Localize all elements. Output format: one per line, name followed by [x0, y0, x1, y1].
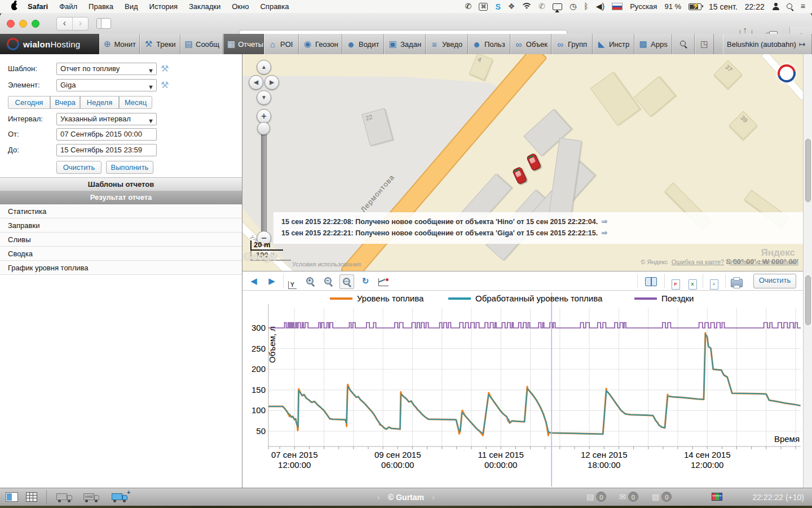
- menubar-item-окно[interactable]: Окно: [226, 0, 254, 13]
- tab-польз[interactable]: ☻Польз: [468, 34, 510, 54]
- tab-poi[interactable]: ⌂POI: [264, 34, 299, 54]
- terms-link[interactable]: Условия использования: [292, 261, 361, 268]
- messages-count[interactable]: ▤0: [586, 492, 606, 502]
- result-row-4[interactable]: Сводка: [0, 247, 242, 261]
- add-unit-truck-icon[interactable]: [112, 493, 129, 502]
- logout-icon[interactable]: ↦: [799, 40, 806, 49]
- refresh-chart-button[interactable]: ↻: [359, 274, 372, 288]
- layout-grid-icon[interactable]: [26, 492, 37, 502]
- tab-инстр[interactable]: ◣Инстр: [593, 34, 634, 54]
- zoom-slider-track[interactable]: [261, 124, 267, 236]
- menubar-item-файл[interactable]: Файл: [54, 0, 83, 13]
- gurtam-copyright[interactable]: ›© Gurtam›: [369, 488, 443, 506]
- zoom-out-chart-button[interactable]: −: [321, 274, 335, 288]
- result-header[interactable]: Результат отчета: [0, 191, 242, 204]
- menubar-item-закладки[interactable]: Закладки: [183, 0, 226, 13]
- template-settings-icon[interactable]: ⚒: [161, 63, 169, 74]
- menubar-item-вид[interactable]: Вид: [119, 0, 144, 13]
- pan-down-button[interactable]: ▼: [257, 90, 271, 105]
- tab-apps[interactable]: ▩Apps: [634, 34, 672, 54]
- forward-button[interactable]: ›: [72, 17, 88, 30]
- trace-mode-button[interactable]: [377, 274, 390, 288]
- from-date-input[interactable]: 07 Сентябрь 2015 00:00: [56, 128, 157, 141]
- bluetooth-icon[interactable]: ᛒ: [584, 0, 588, 13]
- template-select[interactable]: Отчет по топливу▼: [56, 63, 157, 75]
- airplay-icon[interactable]: [553, 3, 562, 10]
- keyboard-icon[interactable]: ⌘: [479, 3, 488, 11]
- quick-week-button[interactable]: Неделя: [80, 96, 119, 109]
- input-language-flag-icon[interactable]: [612, 3, 623, 10]
- calendar-table-icon[interactable]: [712, 493, 722, 501]
- chat-count[interactable]: ✉0: [619, 492, 638, 502]
- print-button[interactable]: [730, 274, 743, 288]
- sidebar-toggle-icon[interactable]: [96, 18, 111, 29]
- templates-header[interactable]: Шаблоны отчетов: [0, 177, 242, 191]
- minimize-window-button[interactable]: [19, 20, 27, 28]
- clear-chart-button[interactable]: Очистить: [753, 274, 796, 288]
- phone-icon[interactable]: ✆: [539, 0, 545, 13]
- chart-next-button[interactable]: ▶: [265, 274, 279, 288]
- user-switch-icon[interactable]: [772, 3, 779, 10]
- tab-уведо[interactable]: ≡Уведо: [426, 34, 468, 54]
- chart-scrollbar-thumb[interactable]: [805, 275, 811, 325]
- result-row-5[interactable]: График уровня топлива: [0, 261, 242, 275]
- to-date-input[interactable]: 15 Сентябрь 2015 23:59: [56, 144, 157, 156]
- tab-задан[interactable]: ▣Задан: [384, 34, 426, 54]
- volume-icon[interactable]: ◀): [596, 0, 604, 13]
- menubar-item-справка[interactable]: Справка: [254, 0, 294, 13]
- result-row-2[interactable]: Заправки: [0, 218, 242, 233]
- tab-треки[interactable]: ⚒Треки: [140, 34, 180, 54]
- wifi-icon[interactable]: [522, 3, 531, 10]
- unit-marker-giga[interactable]: [512, 167, 527, 185]
- chart-scrollbar[interactable]: [803, 271, 812, 488]
- tab-монит[interactable]: ⊕Монит: [99, 34, 140, 54]
- close-window-button[interactable]: [7, 20, 15, 28]
- menubar-date[interactable]: 15 сент.: [709, 2, 738, 11]
- skype-icon[interactable]: S: [495, 2, 500, 11]
- unit-settings-icon[interactable]: ⚒: [161, 80, 169, 90]
- time-machine-icon[interactable]: ◷: [570, 0, 576, 13]
- unit-select[interactable]: Giga▼: [56, 79, 157, 91]
- fuel-level-chart[interactable]: 5010015020025030007 сен 201512:00:0009 с…: [242, 291, 803, 488]
- map-area[interactable]: ул. Лермонтова ул. 2243739 ▲ ◀ ▶ ▼ + − 1…: [242, 54, 803, 271]
- unit-names-truck-icon[interactable]: NAME: [83, 493, 100, 502]
- report-template-button[interactable]: [644, 274, 657, 288]
- tab-водит[interactable]: ☻Водит: [342, 34, 384, 54]
- pan-up-button[interactable]: ▲: [257, 60, 271, 75]
- tab-геозон[interactable]: ◉Геозон: [299, 34, 342, 54]
- chart-prev-button[interactable]: ◀: [247, 274, 261, 288]
- user-menu[interactable]: Belushkin (autobahn) ↦: [723, 34, 812, 54]
- menubar-item-история[interactable]: История: [144, 0, 183, 13]
- interval-select[interactable]: Указанный интервал▼: [56, 113, 157, 125]
- viber-icon[interactable]: ✆: [465, 0, 472, 13]
- map-scrollbar-thumb[interactable]: [805, 139, 811, 202]
- pan-left-button[interactable]: ◀: [249, 75, 263, 90]
- menubar-item-правка[interactable]: Правка: [83, 0, 119, 13]
- goto-message-icon[interactable]: ⇒: [601, 217, 607, 226]
- clear-report-button[interactable]: Очистить: [56, 161, 102, 174]
- monitoring-truck-icon[interactable]: [56, 493, 73, 502]
- tab-сообщ[interactable]: ▤Сообщ: [180, 34, 223, 54]
- media-count[interactable]: ▨0: [652, 492, 672, 502]
- apple-menu-icon[interactable]: [11, 3, 17, 10]
- toggle-left-panel-icon[interactable]: [6, 492, 18, 502]
- yandex-logo[interactable]: Яндекс: [761, 247, 795, 259]
- quick-month-button[interactable]: Месяц: [119, 96, 152, 109]
- menubar-item-safari[interactable]: Safari: [22, 0, 54, 13]
- tab-групп[interactable]: ∞Групп: [551, 34, 593, 54]
- zoom-slider-handle[interactable]: [257, 122, 270, 135]
- map-error-link[interactable]: Ошибка на карте?: [672, 259, 725, 265]
- copy-report-button[interactable]: ≡: [707, 274, 721, 288]
- dropbox-icon[interactable]: ❖: [508, 0, 515, 13]
- quick-yesterday-button[interactable]: Вчера: [50, 96, 80, 109]
- quick-today-button[interactable]: Сегодня: [8, 96, 50, 109]
- fullscreen-tab[interactable]: ◳: [695, 34, 714, 54]
- zoom-in-chart-button[interactable]: +: [303, 274, 317, 288]
- map-scrollbar[interactable]: [803, 54, 812, 271]
- spotlight-icon[interactable]: [787, 3, 793, 10]
- y-scale-button[interactable]: Y: [285, 274, 299, 288]
- export-xls-button[interactable]: X: [686, 274, 699, 288]
- pan-right-button[interactable]: ▶: [264, 75, 279, 90]
- result-row-1[interactable]: Статистика: [0, 204, 242, 218]
- result-row-3[interactable]: Сливы: [0, 233, 242, 247]
